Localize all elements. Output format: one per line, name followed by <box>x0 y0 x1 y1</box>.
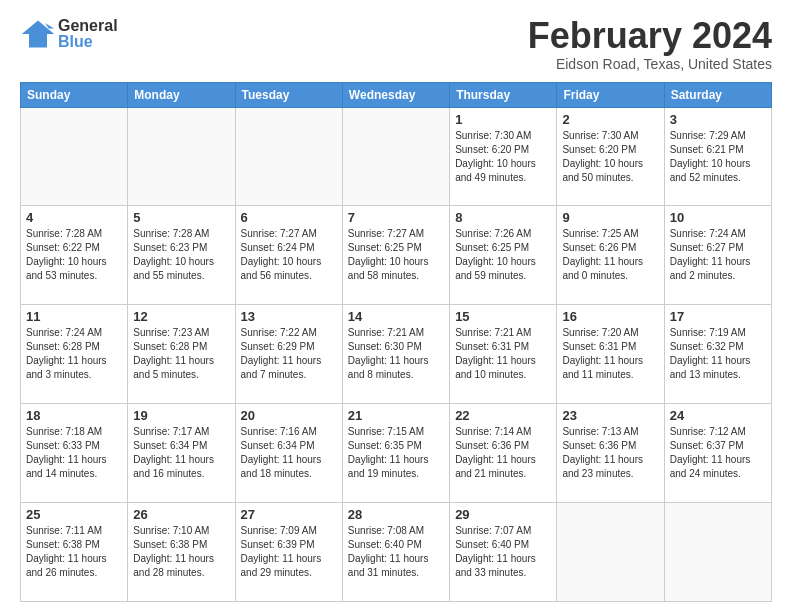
table-row: 22Sunrise: 7:14 AMSunset: 6:36 PMDayligh… <box>450 404 557 503</box>
table-row: 24Sunrise: 7:12 AMSunset: 6:37 PMDayligh… <box>664 404 771 503</box>
table-row: 18Sunrise: 7:18 AMSunset: 6:33 PMDayligh… <box>21 404 128 503</box>
day-info: Sunrise: 7:07 AMSunset: 6:40 PMDaylight:… <box>455 524 551 580</box>
day-number: 6 <box>241 210 337 225</box>
table-row <box>664 503 771 602</box>
day-number: 18 <box>26 408 122 423</box>
weekday-header-thursday: Thursday <box>450 82 557 107</box>
table-row: 10Sunrise: 7:24 AMSunset: 6:27 PMDayligh… <box>664 206 771 305</box>
day-number: 26 <box>133 507 229 522</box>
day-info: Sunrise: 7:29 AMSunset: 6:21 PMDaylight:… <box>670 129 766 185</box>
day-info: Sunrise: 7:13 AMSunset: 6:36 PMDaylight:… <box>562 425 658 481</box>
title-block: February 2024 Eidson Road, Texas, United… <box>528 16 772 72</box>
logo-words: General Blue <box>58 18 118 50</box>
day-number: 22 <box>455 408 551 423</box>
svg-marker-0 <box>22 21 54 48</box>
day-number: 14 <box>348 309 444 324</box>
day-number: 11 <box>26 309 122 324</box>
calendar-table: SundayMondayTuesdayWednesdayThursdayFrid… <box>20 82 772 602</box>
calendar-week-1: 1Sunrise: 7:30 AMSunset: 6:20 PMDaylight… <box>21 107 772 206</box>
day-info: Sunrise: 7:19 AMSunset: 6:32 PMDaylight:… <box>670 326 766 382</box>
logo-general-text: General <box>58 18 118 34</box>
day-info: Sunrise: 7:30 AMSunset: 6:20 PMDaylight:… <box>562 129 658 185</box>
day-number: 3 <box>670 112 766 127</box>
table-row <box>128 107 235 206</box>
day-number: 25 <box>26 507 122 522</box>
day-info: Sunrise: 7:18 AMSunset: 6:33 PMDaylight:… <box>26 425 122 481</box>
calendar-week-3: 11Sunrise: 7:24 AMSunset: 6:28 PMDayligh… <box>21 305 772 404</box>
day-info: Sunrise: 7:10 AMSunset: 6:38 PMDaylight:… <box>133 524 229 580</box>
day-number: 15 <box>455 309 551 324</box>
day-info: Sunrise: 7:14 AMSunset: 6:36 PMDaylight:… <box>455 425 551 481</box>
table-row: 4Sunrise: 7:28 AMSunset: 6:22 PMDaylight… <box>21 206 128 305</box>
table-row: 29Sunrise: 7:07 AMSunset: 6:40 PMDayligh… <box>450 503 557 602</box>
day-number: 2 <box>562 112 658 127</box>
day-info: Sunrise: 7:22 AMSunset: 6:29 PMDaylight:… <box>241 326 337 382</box>
page: General Blue February 2024 Eidson Road, … <box>0 0 792 612</box>
logo-icon <box>20 16 56 52</box>
day-number: 20 <box>241 408 337 423</box>
table-row: 26Sunrise: 7:10 AMSunset: 6:38 PMDayligh… <box>128 503 235 602</box>
table-row: 12Sunrise: 7:23 AMSunset: 6:28 PMDayligh… <box>128 305 235 404</box>
table-row: 27Sunrise: 7:09 AMSunset: 6:39 PMDayligh… <box>235 503 342 602</box>
subtitle: Eidson Road, Texas, United States <box>528 56 772 72</box>
table-row: 20Sunrise: 7:16 AMSunset: 6:34 PMDayligh… <box>235 404 342 503</box>
table-row: 25Sunrise: 7:11 AMSunset: 6:38 PMDayligh… <box>21 503 128 602</box>
day-number: 24 <box>670 408 766 423</box>
table-row: 17Sunrise: 7:19 AMSunset: 6:32 PMDayligh… <box>664 305 771 404</box>
table-row: 5Sunrise: 7:28 AMSunset: 6:23 PMDaylight… <box>128 206 235 305</box>
table-row: 21Sunrise: 7:15 AMSunset: 6:35 PMDayligh… <box>342 404 449 503</box>
table-row: 9Sunrise: 7:25 AMSunset: 6:26 PMDaylight… <box>557 206 664 305</box>
table-row: 15Sunrise: 7:21 AMSunset: 6:31 PMDayligh… <box>450 305 557 404</box>
weekday-header-sunday: Sunday <box>21 82 128 107</box>
calendar-week-4: 18Sunrise: 7:18 AMSunset: 6:33 PMDayligh… <box>21 404 772 503</box>
day-info: Sunrise: 7:08 AMSunset: 6:40 PMDaylight:… <box>348 524 444 580</box>
day-info: Sunrise: 7:21 AMSunset: 6:30 PMDaylight:… <box>348 326 444 382</box>
day-info: Sunrise: 7:26 AMSunset: 6:25 PMDaylight:… <box>455 227 551 283</box>
day-info: Sunrise: 7:24 AMSunset: 6:27 PMDaylight:… <box>670 227 766 283</box>
table-row: 28Sunrise: 7:08 AMSunset: 6:40 PMDayligh… <box>342 503 449 602</box>
main-title: February 2024 <box>528 16 772 56</box>
day-number: 1 <box>455 112 551 127</box>
logo-blue-text: Blue <box>58 34 118 50</box>
day-number: 10 <box>670 210 766 225</box>
day-info: Sunrise: 7:28 AMSunset: 6:22 PMDaylight:… <box>26 227 122 283</box>
day-info: Sunrise: 7:30 AMSunset: 6:20 PMDaylight:… <box>455 129 551 185</box>
header: General Blue February 2024 Eidson Road, … <box>20 16 772 72</box>
day-number: 4 <box>26 210 122 225</box>
table-row: 19Sunrise: 7:17 AMSunset: 6:34 PMDayligh… <box>128 404 235 503</box>
day-info: Sunrise: 7:23 AMSunset: 6:28 PMDaylight:… <box>133 326 229 382</box>
day-info: Sunrise: 7:21 AMSunset: 6:31 PMDaylight:… <box>455 326 551 382</box>
weekday-header-monday: Monday <box>128 82 235 107</box>
calendar-week-2: 4Sunrise: 7:28 AMSunset: 6:22 PMDaylight… <box>21 206 772 305</box>
day-info: Sunrise: 7:12 AMSunset: 6:37 PMDaylight:… <box>670 425 766 481</box>
logo: General Blue <box>20 16 118 52</box>
day-number: 29 <box>455 507 551 522</box>
table-row: 1Sunrise: 7:30 AMSunset: 6:20 PMDaylight… <box>450 107 557 206</box>
day-number: 27 <box>241 507 337 522</box>
table-row <box>235 107 342 206</box>
table-row <box>21 107 128 206</box>
day-info: Sunrise: 7:25 AMSunset: 6:26 PMDaylight:… <box>562 227 658 283</box>
day-number: 17 <box>670 309 766 324</box>
table-row: 16Sunrise: 7:20 AMSunset: 6:31 PMDayligh… <box>557 305 664 404</box>
day-info: Sunrise: 7:27 AMSunset: 6:25 PMDaylight:… <box>348 227 444 283</box>
day-info: Sunrise: 7:16 AMSunset: 6:34 PMDaylight:… <box>241 425 337 481</box>
weekday-header-tuesday: Tuesday <box>235 82 342 107</box>
table-row <box>557 503 664 602</box>
table-row: 11Sunrise: 7:24 AMSunset: 6:28 PMDayligh… <box>21 305 128 404</box>
weekday-header-row: SundayMondayTuesdayWednesdayThursdayFrid… <box>21 82 772 107</box>
day-number: 5 <box>133 210 229 225</box>
day-info: Sunrise: 7:15 AMSunset: 6:35 PMDaylight:… <box>348 425 444 481</box>
weekday-header-saturday: Saturday <box>664 82 771 107</box>
day-number: 19 <box>133 408 229 423</box>
day-number: 21 <box>348 408 444 423</box>
calendar-week-5: 25Sunrise: 7:11 AMSunset: 6:38 PMDayligh… <box>21 503 772 602</box>
table-row: 3Sunrise: 7:29 AMSunset: 6:21 PMDaylight… <box>664 107 771 206</box>
day-number: 28 <box>348 507 444 522</box>
day-number: 12 <box>133 309 229 324</box>
day-info: Sunrise: 7:17 AMSunset: 6:34 PMDaylight:… <box>133 425 229 481</box>
table-row <box>342 107 449 206</box>
day-number: 8 <box>455 210 551 225</box>
day-info: Sunrise: 7:27 AMSunset: 6:24 PMDaylight:… <box>241 227 337 283</box>
weekday-header-friday: Friday <box>557 82 664 107</box>
